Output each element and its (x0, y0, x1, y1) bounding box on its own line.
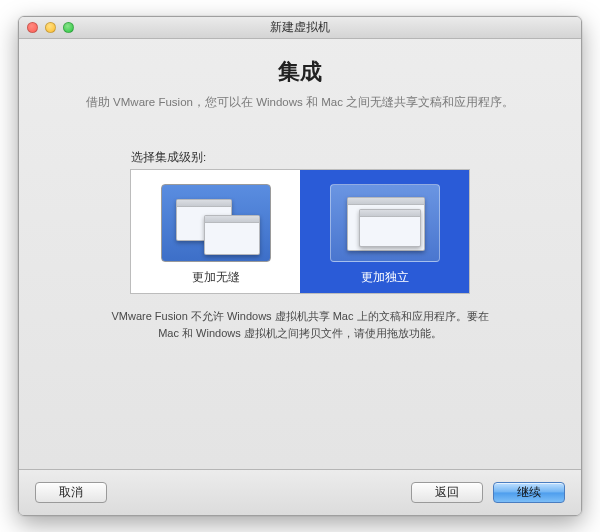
option-isolated[interactable]: 更加独立 (300, 170, 469, 293)
content-area: 集成 借助 VMware Fusion，您可以在 Windows 和 Mac 之… (19, 39, 581, 469)
close-icon[interactable] (27, 22, 38, 33)
minimize-icon[interactable] (45, 22, 56, 33)
back-button[interactable]: 返回 (411, 482, 483, 503)
zoom-icon[interactable] (63, 22, 74, 33)
window-controls (27, 22, 74, 33)
seamless-thumbnail-icon (161, 184, 271, 262)
integration-options: 更加无缝 更加独立 (130, 169, 470, 294)
isolated-thumbnail-icon (330, 184, 440, 262)
section-label: 选择集成级别: (131, 150, 551, 165)
option-isolated-label: 更加独立 (361, 270, 409, 285)
option-seamless[interactable]: 更加无缝 (131, 170, 300, 293)
titlebar: 新建虚拟机 (19, 17, 581, 39)
cancel-button[interactable]: 取消 (35, 482, 107, 503)
button-bar: 取消 返回 继续 (19, 469, 581, 515)
dialog-window: 新建虚拟机 集成 借助 VMware Fusion，您可以在 Windows 和… (18, 16, 582, 516)
page-subheading: 借助 VMware Fusion，您可以在 Windows 和 Mac 之间无缝… (49, 95, 551, 110)
option-description: VMware Fusion 不允许 Windows 虚拟机共享 Mac 上的文稿… (100, 308, 500, 341)
page-heading: 集成 (49, 57, 551, 87)
window-title: 新建虚拟机 (27, 19, 573, 36)
option-seamless-label: 更加无缝 (192, 270, 240, 285)
continue-button[interactable]: 继续 (493, 482, 565, 503)
